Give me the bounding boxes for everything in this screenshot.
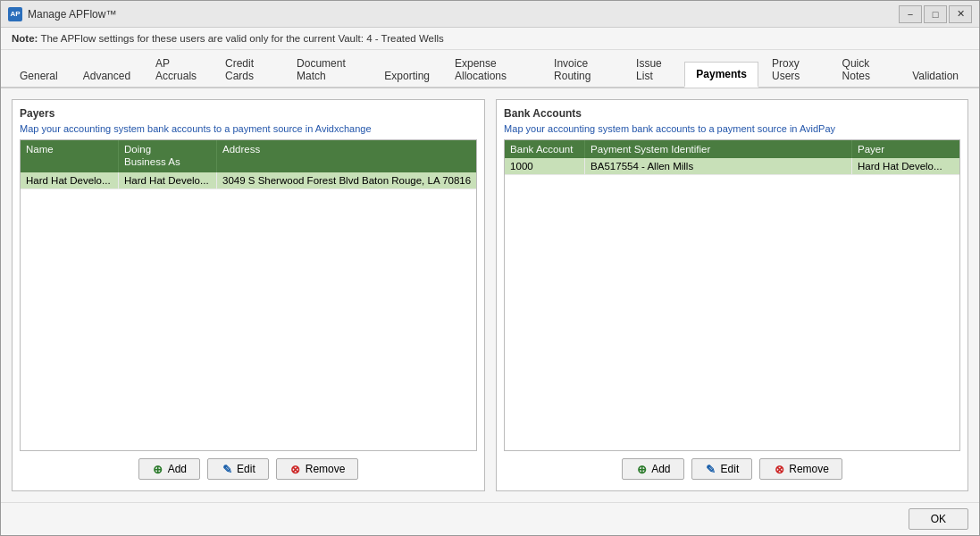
payers-col-addr: Address	[217, 140, 476, 172]
tab-issue-list[interactable]: Issue List	[624, 51, 683, 88]
bank-accounts-table-body: 1000 BA517554 - Allen Mills Hard Hat Dev…	[505, 158, 959, 450]
title-bar: AP Manage APFlow™ − □ ✕	[1, 1, 979, 28]
ba-payer: Hard Hat Develo...	[852, 158, 959, 174]
payer-dba: Hard Hat Develo...	[119, 172, 217, 188]
payers-table-body: Hard Hat Develo... Hard Hat Develo... 30…	[21, 172, 476, 450]
ba-edit-button[interactable]: ✎ Edit	[691, 458, 753, 480]
ba-edit-label: Edit	[721, 463, 740, 475]
ba-remove-label: Remove	[789, 463, 829, 475]
payers-title: Payers	[20, 107, 477, 120]
payers-panel: Payers Map your accounting system bank a…	[12, 99, 485, 491]
ba-remove-icon: ⊗	[773, 463, 785, 475]
tab-expense-allocations[interactable]: Expense Allocations	[443, 51, 540, 88]
remove-icon: ⊗	[289, 463, 302, 475]
app-icon: AP	[8, 7, 22, 21]
ba-col-psi: Payment System Identifier	[585, 140, 852, 158]
maximize-button[interactable]: □	[924, 5, 947, 23]
minimize-button[interactable]: −	[899, 5, 922, 23]
close-button[interactable]: ✕	[949, 5, 972, 23]
bank-accounts-subtitle: Map your accounting system bank accounts…	[504, 123, 960, 134]
tab-exporting[interactable]: Exporting	[373, 63, 441, 88]
edit-icon: ✎	[221, 463, 233, 475]
payers-table: Name DoingBusiness As Address Hard Hat D…	[20, 139, 477, 451]
note-label: Note:	[12, 33, 38, 44]
bank-accounts-button-row: ⊕ Add ✎ Edit ⊗ Remove	[504, 451, 960, 483]
payers-edit-label: Edit	[237, 463, 255, 475]
payers-remove-label: Remove	[306, 463, 346, 475]
ba-add-icon: ⊕	[635, 463, 648, 475]
tab-general[interactable]: General	[8, 63, 70, 88]
payer-address: 3049 S Sherwood Forest Blvd Baton Rouge,…	[217, 172, 476, 188]
payers-edit-button[interactable]: ✎ Edit	[207, 458, 269, 480]
bank-accounts-table-header: Bank Account Payment System Identifier P…	[505, 140, 959, 158]
window-title: Manage APFlow™	[28, 8, 899, 21]
tab-invoice-routing[interactable]: Invoice Routing	[542, 51, 623, 88]
table-row[interactable]: 1000 BA517554 - Allen Mills Hard Hat Dev…	[505, 158, 959, 175]
ba-add-button[interactable]: ⊕ Add	[622, 458, 683, 480]
main-content: Payers Map your accounting system bank a…	[1, 88, 979, 502]
ba-edit-icon: ✎	[705, 463, 717, 475]
ok-button[interactable]: OK	[909, 508, 968, 530]
tab-payments[interactable]: Payments	[684, 62, 758, 88]
note-text: The APFlow settings for these users are …	[40, 33, 443, 44]
note-bar: Note: The APFlow settings for these user…	[1, 28, 979, 50]
tab-validation[interactable]: Validation	[900, 63, 970, 88]
bank-accounts-title: Bank Accounts	[504, 107, 960, 120]
ba-add-label: Add	[651, 463, 670, 475]
ba-col-account: Bank Account	[505, 140, 585, 158]
payers-table-header: Name DoingBusiness As Address	[21, 140, 476, 172]
payer-name: Hard Hat Develo...	[21, 172, 119, 188]
payers-button-row: ⊕ Add ✎ Edit ⊗ Remove	[20, 451, 477, 483]
tab-credit-cards[interactable]: Credit Cards	[214, 51, 283, 88]
add-icon: ⊕	[152, 463, 164, 475]
tab-document-match[interactable]: Document Match	[285, 51, 371, 88]
tab-proxy-users[interactable]: Proxy Users	[760, 51, 829, 88]
payers-add-label: Add	[168, 463, 187, 475]
table-row[interactable]: Hard Hat Develo... Hard Hat Develo... 30…	[21, 172, 476, 189]
payers-col-name: Name	[21, 140, 119, 172]
ba-account: 1000	[505, 158, 585, 174]
tab-advanced[interactable]: Advanced	[71, 63, 142, 88]
payers-remove-button[interactable]: ⊗ Remove	[276, 458, 359, 480]
payers-subtitle: Map your accounting system bank accounts…	[20, 123, 477, 134]
main-window: AP Manage APFlow™ − □ ✕ Note: The APFlow…	[0, 0, 980, 536]
ba-col-payer: Payer	[852, 140, 959, 158]
ba-psi: BA517554 - Allen Mills	[585, 158, 852, 174]
bank-accounts-table: Bank Account Payment System Identifier P…	[504, 139, 960, 451]
tab-bar: GeneralAdvancedAP AccrualsCredit CardsDo…	[1, 50, 979, 88]
window-controls: − □ ✕	[899, 5, 972, 23]
payers-add-button[interactable]: ⊕ Add	[138, 458, 200, 480]
ba-remove-button[interactable]: ⊗ Remove	[759, 458, 842, 480]
bank-accounts-panel: Bank Accounts Map your accounting system…	[496, 99, 968, 491]
tab-ap-accruals[interactable]: AP Accruals	[144, 51, 212, 88]
tab-quick-notes[interactable]: Quick Notes	[831, 51, 900, 88]
footer: OK	[1, 502, 979, 535]
payers-col-dba: DoingBusiness As	[119, 140, 217, 172]
